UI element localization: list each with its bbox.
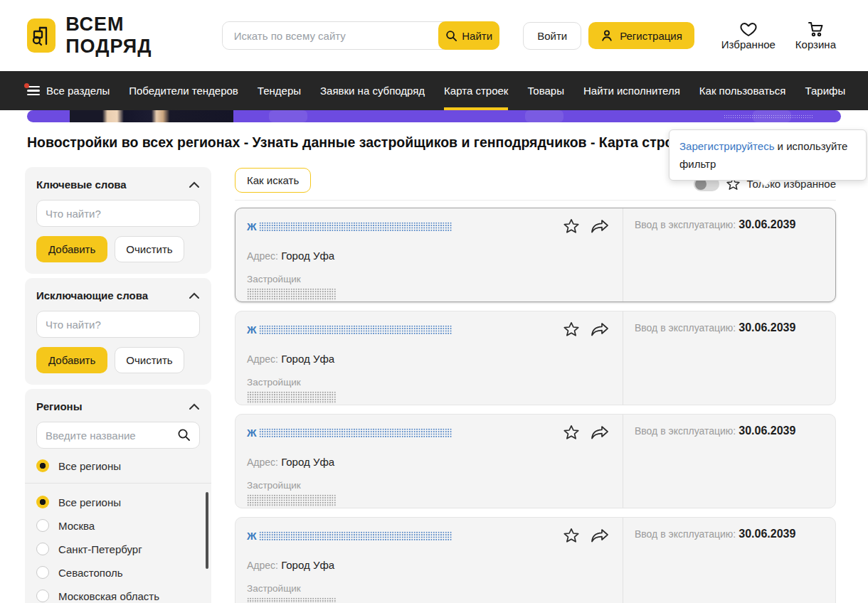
register-button-label: Регистрация <box>620 30 682 42</box>
search-icon <box>177 428 191 442</box>
nav-item-goods[interactable]: Товары <box>527 71 564 110</box>
radio-checked-icon <box>36 459 49 472</box>
region-option-all[interactable]: Все регионы <box>36 496 200 508</box>
cart-link[interactable]: Корзина <box>795 21 836 50</box>
listing-title[interactable]: Ж <box>247 324 257 336</box>
address-label: Адрес: <box>247 560 278 571</box>
region-option-moscow[interactable]: Москва <box>36 519 200 532</box>
completion-label: Ввод в эксплуатацию: <box>635 219 736 230</box>
region-option-moscow-oblast[interactable]: Московская область <box>36 589 200 602</box>
keywords-panel-header[interactable]: Ключевые слова <box>36 178 200 191</box>
listing-card[interactable]: Ж Адрес: Город Уфа Застройщик <box>235 208 836 302</box>
listing-card[interactable]: Ж Адрес: Город Уфа Застройщик <box>235 517 836 603</box>
exclude-clear-button[interactable]: Очистить <box>115 347 184 373</box>
radio-icon <box>36 543 49 555</box>
region-selected-label: Все регионы <box>58 460 121 472</box>
nav-item-how-to-use[interactable]: Как пользоваться <box>699 71 786 110</box>
banner-shape <box>525 110 563 122</box>
header: ВСЕМ ПОДРЯД Найти Войти Регистрация Из <box>0 0 868 71</box>
search-button-label: Найти <box>462 30 492 42</box>
brand-logo[interactable]: ВСЕМ ПОДРЯД <box>27 14 192 58</box>
completion-date: 30.06.2039 <box>739 528 795 540</box>
register-button[interactable]: Регистрация <box>588 22 694 49</box>
filter-panel-regions: Регионы Все регионы <box>25 389 211 603</box>
banner-watermark <box>724 114 813 118</box>
search-button[interactable]: Найти <box>438 21 499 50</box>
exclude-add-button[interactable]: Добавить <box>36 347 107 373</box>
regions-panel-header[interactable]: Регионы <box>36 400 200 412</box>
chevron-up-icon <box>189 181 200 188</box>
cart-icon <box>807 21 824 37</box>
address-value: Город Уфа <box>281 559 334 571</box>
region-selected-radio[interactable]: Все регионы <box>36 459 200 472</box>
developer-label: Застройщик <box>247 377 610 388</box>
listing-title[interactable]: Ж <box>247 427 257 439</box>
exclude-words-input[interactable] <box>36 311 200 338</box>
censored-developer-block <box>247 391 336 404</box>
notification-dot <box>24 83 29 88</box>
region-list-scrollbar[interactable] <box>206 492 208 569</box>
nav-item-subcontract[interactable]: Заявки на субподряд <box>320 71 425 110</box>
listing-card[interactable]: Ж Адрес: Город Уфа Застройщик <box>235 414 836 508</box>
address-label: Адрес: <box>247 457 278 468</box>
banner-shape <box>269 110 307 122</box>
share-icon[interactable] <box>591 425 610 441</box>
listing-card[interactable]: Ж Адрес: Город Уфа Застройщик <box>235 311 836 405</box>
address-label: Адрес: <box>247 250 278 262</box>
completion-date: 30.06.2039 <box>739 218 795 230</box>
exclude-panel-header[interactable]: Исключающие слова <box>36 289 200 302</box>
censored-title-block <box>259 531 452 540</box>
censored-title-block <box>259 428 452 437</box>
listing-title[interactable]: Ж <box>247 530 257 542</box>
radio-icon <box>36 589 49 602</box>
search-input[interactable] <box>223 22 440 49</box>
completion-label: Ввод в эксплуатацию: <box>635 322 736 333</box>
main-nav: Все разделы Победители тендеров Тендеры … <box>0 71 868 110</box>
star-icon[interactable] <box>563 218 580 235</box>
address-value: Город Уфа <box>281 456 334 468</box>
keywords-add-button[interactable]: Добавить <box>36 236 107 262</box>
region-option-spb[interactable]: Санкт-Петербург <box>36 543 200 555</box>
nav-item-construction-map[interactable]: Карта строек <box>444 71 508 110</box>
login-button[interactable]: Войти <box>523 22 581 50</box>
cart-label: Корзина <box>795 38 836 50</box>
register-tooltip-link[interactable]: Зарегистрируйтесь <box>679 140 774 152</box>
censored-title-block <box>259 325 452 334</box>
nav-item-find-contractor[interactable]: Найти исполнителя <box>583 71 680 110</box>
star-icon[interactable] <box>563 528 580 544</box>
region-search-input[interactable] <box>36 422 200 449</box>
address-label: Адрес: <box>247 353 278 365</box>
radio-icon <box>36 519 49 532</box>
radio-icon <box>36 566 49 579</box>
favorites-link[interactable]: Избранное <box>721 21 776 50</box>
favorites-label: Избранное <box>721 38 776 50</box>
divider <box>235 200 836 201</box>
keywords-input[interactable] <box>36 200 200 227</box>
promo-banner[interactable] <box>27 110 841 122</box>
star-icon[interactable] <box>563 321 580 338</box>
nav-item-tenders[interactable]: Тендеры <box>258 71 301 110</box>
nav-item-all-sections[interactable]: Все разделы <box>27 71 110 110</box>
site-search: Найти <box>222 21 500 50</box>
censored-title-block <box>259 222 452 231</box>
hamburger-icon <box>27 86 40 96</box>
star-icon[interactable] <box>563 425 580 441</box>
share-icon[interactable] <box>591 528 610 544</box>
brand-logo-icon <box>27 18 55 53</box>
nav-item-tariffs[interactable]: Тарифы <box>805 71 846 110</box>
listing-title[interactable]: Ж <box>247 220 257 233</box>
share-icon[interactable] <box>591 219 610 235</box>
user-icon <box>600 29 613 42</box>
region-option-sevastopol[interactable]: Севастополь <box>36 566 200 579</box>
completion-date: 30.06.2039 <box>739 425 795 437</box>
keywords-panel-title: Ключевые слова <box>36 178 127 191</box>
developer-label: Застройщик <box>247 583 610 594</box>
nav-item-tender-winners[interactable]: Победители тендеров <box>129 71 238 110</box>
share-icon[interactable] <box>591 322 610 338</box>
exclude-panel-title: Исключающие слова <box>36 289 148 302</box>
how-to-search-button[interactable]: Как искать <box>235 168 311 193</box>
keywords-clear-button[interactable]: Очистить <box>115 236 184 262</box>
chevron-up-icon <box>189 403 200 410</box>
filter-panel-exclude-words: Исключающие слова Добавить Очистить <box>25 278 211 385</box>
censored-developer-block <box>247 494 336 507</box>
